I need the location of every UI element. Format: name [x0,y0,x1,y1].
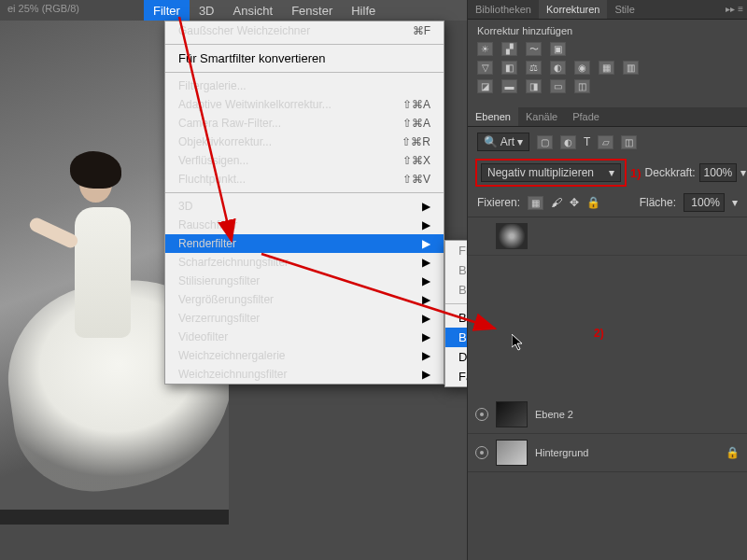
channel-mixer-icon[interactable]: ▦ [599,61,614,75]
menu-item-weitwinkel[interactable]: Adaptive Weitwinkelkorrektur...⇧⌘A [165,95,444,114]
layer-row[interactable]: Ebene 2 [468,396,747,434]
color-lookup-icon[interactable]: ▥ [623,61,639,75]
menu-item-verfluessigen[interactable]: Verflüssigen...⇧⌘X [165,151,444,170]
menu-item-repeat-filter[interactable]: Gaußscher Weichzeichner⌘F [165,21,444,40]
filter-menu-dropdown: Gaußscher Weichzeichner⌘F Für Smartfilte… [164,21,444,385]
lock-transparency-icon[interactable]: ▦ [528,196,543,210]
menu-item-objektiv[interactable]: Objektivkorrektur...⇧⌘R [165,133,444,151]
layer-row[interactable]: Hintergrund 🔒 [468,434,747,472]
lock-all-icon[interactable]: 🔒 [586,196,600,209]
tab-kanaele[interactable]: Kanäle [518,107,565,126]
menu-item-fluchtpunkt[interactable]: Fluchtpunkt...⇧⌘V [165,170,444,189]
layer-row-hidden[interactable] [468,217,747,256]
threshold-icon[interactable]: ◨ [526,79,542,93]
bw-icon[interactable]: ◐ [550,61,566,75]
filter-smart-icon[interactable]: ◫ [621,135,637,149]
menu-item-weichzeichnergalerie[interactable]: Weichzeichnergalerie▶ [165,346,444,365]
brightness-icon[interactable]: ☀ [477,42,493,56]
menu-item-stilisierung[interactable]: Stilisierungsfilter▶ [165,272,444,290]
lock-pixels-icon[interactable]: 🖌 [551,196,562,209]
posterize-icon[interactable]: ▬ [501,79,517,93]
hue-icon[interactable]: ◧ [501,61,517,75]
menu-item-3d[interactable]: 3D▶ [165,197,444,216]
menu-item-weichzeichnungsfilter[interactable]: Weichzeichnungsfilter▶ [165,365,444,384]
fill-label: Fläche: [640,196,676,209]
menu-item-videofilter[interactable]: Videofilter▶ [165,328,444,346]
tab-stile[interactable]: Stile [607,0,641,19]
visibility-icon[interactable] [475,408,488,421]
right-panel: Bibliotheken Korrekturen Stile ▸▸ ≡ Korr… [467,0,747,560]
layer-name[interactable]: Hintergrund [535,447,588,458]
filter-type-icon[interactable]: T [584,135,590,148]
menu-item-rauschfilter[interactable]: Rauschfilter▶ [165,216,444,234]
adjustments-label: Korrektur hinzufügen [477,25,738,36]
lock-label: Fixieren: [477,196,520,209]
filter-adjust-icon[interactable]: ◐ [560,135,576,149]
color-balance-icon[interactable]: ⚖ [526,61,542,75]
filter-pixel-icon[interactable]: ▢ [537,135,553,149]
blend-mode-highlight: Negativ multiplizieren▾ [475,159,627,187]
menu-3d[interactable]: 3D [190,0,224,21]
layer-filter-kind[interactable]: 🔍Art▾ [477,133,529,151]
document-title: ei 25% (RGB/8) [0,0,87,19]
fill-value[interactable]: 100% [684,193,725,212]
layer-thumb [496,401,528,427]
selective-color-icon[interactable]: ◫ [574,79,590,93]
menu-fenster[interactable]: Fenster [282,0,342,21]
menu-item-verzerrung[interactable]: Verzerrungsfilter▶ [165,309,444,328]
menu-item-vergroesserung[interactable]: Vergrößerungsfilter▶ [165,290,444,309]
lock-icon: 🔒 [726,446,740,459]
menu-item-filtergalerie[interactable]: Filtergalerie... [165,77,444,95]
menu-ansicht[interactable]: Ansicht [224,0,283,21]
layer-name[interactable]: Ebene 2 [535,409,573,420]
opacity-label: Deckkraft: [645,166,696,179]
visibility-icon[interactable] [475,446,488,459]
photo-filter-icon[interactable]: ◉ [574,61,590,75]
menu-item-scharfzeichnung[interactable]: Scharfzeichnungsfilter▶ [165,253,444,272]
curves-icon[interactable]: 〜 [526,42,542,56]
menu-filter[interactable]: Filter [144,0,190,21]
mouse-cursor [512,334,525,351]
opacity-value[interactable]: 100% [699,163,738,182]
menu-hilfe[interactable]: Hilfe [342,0,385,21]
vibrance-icon[interactable]: ▽ [477,61,493,75]
menu-item-camera-raw[interactable]: Camera Raw-Filter...⇧⌘A [165,114,444,133]
exposure-icon[interactable]: ▣ [550,42,566,56]
levels-icon[interactable]: ▞ [501,42,517,56]
svg-marker-3 [512,334,522,350]
tab-bibliotheken[interactable]: Bibliotheken [468,0,539,19]
panel-menu-icon[interactable]: ▸▸ ≡ [726,4,743,14]
blend-mode-select[interactable]: Negativ multiplizieren▾ [481,163,621,182]
tab-ebenen[interactable]: Ebenen [468,107,518,126]
menu-item-renderfilter[interactable]: Renderfilter▶ [165,234,444,253]
tab-pfade[interactable]: Pfade [565,107,607,126]
lock-position-icon[interactable]: ✥ [570,196,579,209]
invert-icon[interactable]: ◪ [477,79,493,93]
menu-item-smartfilter[interactable]: Für Smartfilter konvertieren [165,49,444,68]
layer-thumb [496,223,528,249]
annotation-1: 1) [630,166,641,180]
tab-korrekturen[interactable]: Korrekturen [539,0,607,19]
gradient-map-icon[interactable]: ▭ [550,79,566,93]
filter-shape-icon[interactable]: ▱ [598,135,613,149]
layer-thumb [496,440,528,466]
